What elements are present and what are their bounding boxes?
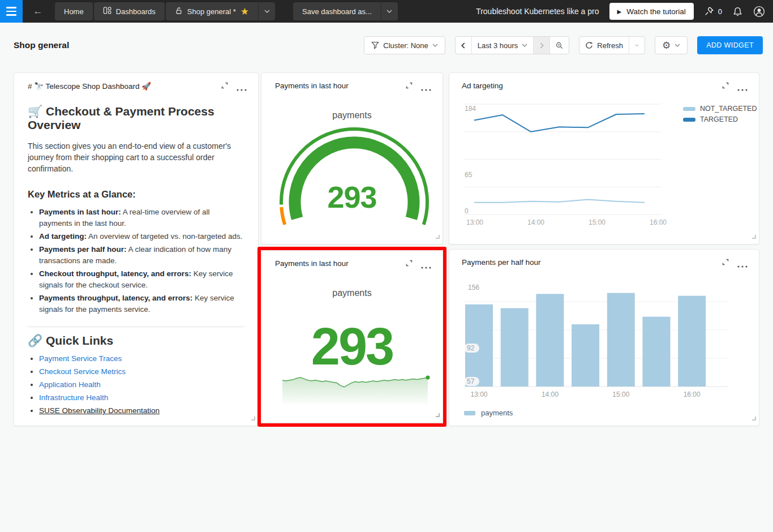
more-icon[interactable] bbox=[421, 262, 431, 271]
watch-tutorial-label: Watch the tutorial bbox=[626, 7, 686, 16]
tab-options-chevron[interactable] bbox=[258, 2, 275, 20]
app-root: ← Home Dashboards bbox=[0, 0, 773, 532]
play-icon: ▶ bbox=[617, 8, 622, 15]
markdown-heading: 🛒 Checkout & Payment Process Overview bbox=[28, 105, 244, 132]
widget-payments-gauge: Payments in last hour payments 293 bbox=[261, 72, 443, 244]
save-dashboard-label: Save dashboard as... bbox=[302, 7, 372, 16]
chevron-down-icon bbox=[386, 10, 392, 13]
save-dashboard-group: Save dashboard as... bbox=[293, 2, 398, 20]
svg-text:13:00: 13:00 bbox=[470, 391, 487, 398]
more-icon[interactable] bbox=[421, 84, 431, 93]
refresh-label: Refresh bbox=[597, 41, 623, 50]
expand-icon[interactable] bbox=[722, 258, 729, 268]
link-application-health[interactable]: Application Health bbox=[39, 380, 101, 389]
more-icon[interactable] bbox=[737, 261, 748, 269]
hamburger-icon bbox=[6, 7, 16, 8]
resize-handle[interactable] bbox=[435, 409, 440, 419]
chevron-right-icon bbox=[540, 42, 544, 49]
dashboard-settings-button[interactable]: ⚙ bbox=[655, 36, 688, 54]
time-range-button[interactable]: Last 3 hours bbox=[471, 37, 534, 54]
svg-text:184: 184 bbox=[465, 105, 476, 113]
tab-home[interactable]: Home bbox=[55, 2, 93, 20]
metrics-list: Payments in last hour: A real-time overv… bbox=[28, 207, 244, 315]
refresh-options-chevron[interactable] bbox=[629, 37, 645, 54]
time-forward-button[interactable] bbox=[533, 37, 549, 54]
resize-handle[interactable] bbox=[751, 231, 756, 241]
chart-legend: NOT_TARGETED TARGETED bbox=[683, 105, 757, 126]
list-item: Checkout Service Metrics bbox=[39, 368, 244, 376]
expand-icon[interactable] bbox=[405, 81, 413, 91]
expand-icon[interactable] bbox=[405, 259, 413, 269]
link-checkout-service-metrics[interactable]: Checkout Service Metrics bbox=[39, 367, 126, 376]
cluster-filter-button[interactable]: Cluster: None bbox=[364, 36, 445, 54]
time-range-label: Last 3 hours bbox=[478, 41, 518, 50]
chevron-down-icon bbox=[675, 44, 680, 47]
resize-handle[interactable] bbox=[435, 231, 440, 241]
expand-icon[interactable] bbox=[722, 81, 729, 91]
line-chart: 18465013:0014:0015:0016:00 bbox=[449, 73, 760, 245]
svg-text:0: 0 bbox=[465, 207, 469, 215]
chart-legend[interactable]: payments bbox=[464, 409, 513, 417]
chevron-down-icon bbox=[635, 44, 639, 47]
svg-text:16:00: 16:00 bbox=[684, 391, 701, 398]
bar-chart: 156925713:0014:0015:0016:00 bbox=[449, 250, 760, 427]
save-options-chevron[interactable] bbox=[381, 2, 398, 20]
save-dashboard-button[interactable]: Save dashboard as... bbox=[293, 2, 381, 20]
favorite-star-icon[interactable]: ★ bbox=[241, 7, 249, 16]
watch-tutorial-button[interactable]: ▶ Watch the tutorial bbox=[609, 3, 694, 20]
svg-text:13:00: 13:00 bbox=[466, 218, 483, 226]
svg-text:92: 92 bbox=[467, 344, 475, 352]
link-infrastructure-health[interactable]: Infrastructure Health bbox=[39, 393, 108, 402]
back-button[interactable]: ← bbox=[31, 0, 45, 23]
tab-dashboards[interactable]: Dashboards bbox=[94, 2, 165, 20]
menu-button[interactable] bbox=[0, 0, 23, 23]
promo-text: Troubleshoot Kubernetes like a pro bbox=[476, 7, 599, 16]
list-item: Payments per half hour: A clear indicati… bbox=[39, 244, 244, 267]
add-widget-button[interactable]: ADD WIDGET bbox=[697, 36, 763, 54]
list-item: Payment Service Traces bbox=[39, 355, 244, 363]
refresh-icon bbox=[585, 41, 593, 49]
svg-text:156: 156 bbox=[468, 284, 479, 291]
chevron-down-icon bbox=[432, 44, 438, 47]
notifications-button[interactable] bbox=[732, 6, 743, 17]
markdown-paragraph: This section gives you an end-to-end vie… bbox=[28, 140, 244, 174]
more-icon[interactable] bbox=[237, 84, 247, 93]
filter-icon bbox=[371, 41, 379, 49]
svg-text:15:00: 15:00 bbox=[589, 218, 605, 226]
refresh-button[interactable]: Refresh bbox=[579, 37, 629, 54]
legend-item-not-targeted[interactable]: NOT_TARGETED bbox=[683, 105, 757, 113]
resize-handle[interactable] bbox=[251, 413, 255, 423]
svg-text:65: 65 bbox=[465, 171, 473, 179]
time-back-button[interactable] bbox=[456, 37, 471, 54]
resize-handle[interactable] bbox=[751, 413, 756, 423]
list-item: Application Health bbox=[39, 381, 244, 389]
list-item: Infrastructure Health bbox=[39, 394, 244, 402]
widget-markdown: # 🔭 Telescope Shop Dashboard 🚀 🛒 Checkou… bbox=[14, 72, 259, 426]
user-menu-button[interactable] bbox=[753, 6, 765, 18]
more-icon[interactable] bbox=[737, 84, 748, 93]
tab-shop-general-label: Shop general * bbox=[187, 7, 236, 16]
pinned-items-button[interactable]: 0 bbox=[704, 6, 722, 16]
svg-text:15:00: 15:00 bbox=[612, 391, 629, 398]
tab-dashboards-label: Dashboards bbox=[116, 7, 156, 16]
zoom-out-time-button[interactable] bbox=[549, 37, 569, 54]
legend-item-targeted[interactable]: TARGETED bbox=[683, 115, 757, 123]
svg-text:57: 57 bbox=[467, 377, 475, 385]
widget-title: Ad targeting bbox=[462, 81, 503, 90]
expand-icon[interactable] bbox=[221, 81, 229, 91]
chevron-down-icon bbox=[522, 44, 527, 47]
pin-icon bbox=[704, 6, 714, 16]
metric-value: 293 bbox=[261, 317, 443, 376]
gauge-value: 293 bbox=[261, 179, 443, 214]
link-payment-service-traces[interactable]: Payment Service Traces bbox=[39, 354, 122, 363]
tab-shop-general[interactable]: Shop general * ★ bbox=[166, 2, 258, 20]
link-suse-observability-docs[interactable]: SUSE Observability Documentation bbox=[39, 406, 160, 415]
widget-title: Payments in last hour bbox=[275, 81, 349, 90]
pin-count: 0 bbox=[718, 7, 722, 16]
list-item: SUSE Observability Documentation bbox=[39, 407, 244, 415]
widget-title: # 🔭 Telescope Shop Dashboard 🚀 bbox=[28, 81, 151, 91]
metric-name: payments bbox=[261, 288, 443, 298]
widget-ad-targeting: Ad targeting 18465013:0014:0015:0016:00 … bbox=[449, 72, 759, 244]
zoom-out-icon bbox=[556, 41, 563, 50]
quick-links-list: Payment Service Traces Checkout Service … bbox=[28, 355, 244, 415]
